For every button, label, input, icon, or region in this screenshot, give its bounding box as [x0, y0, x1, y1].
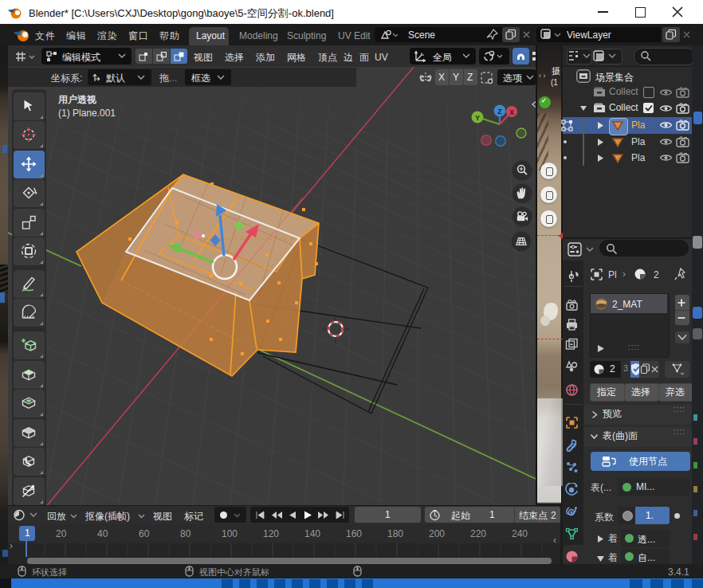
svg-text:Y: Y [475, 114, 480, 122]
svg-text:Z: Z [497, 108, 502, 116]
svg-text:X: X [509, 108, 514, 116]
